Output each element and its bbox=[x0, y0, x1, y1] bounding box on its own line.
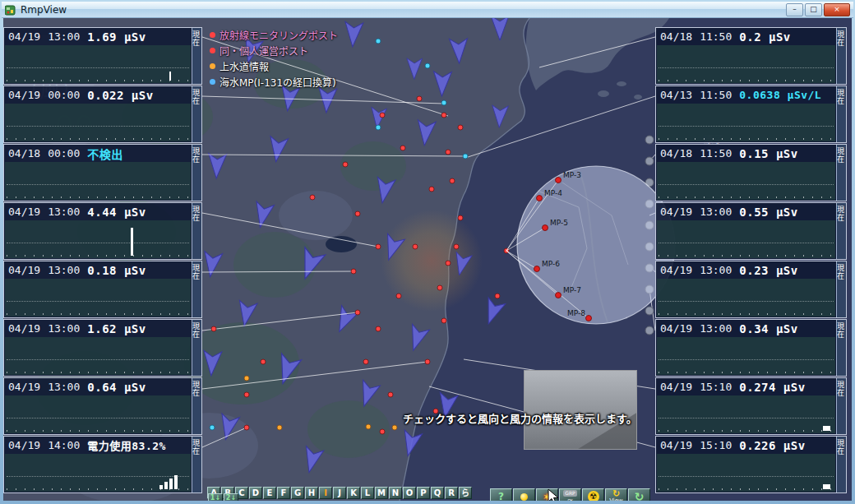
layer-button-d[interactable]: D bbox=[249, 487, 262, 499]
left-panel-3[interactable]: 04/1800:00不検出 現在 bbox=[3, 144, 202, 201]
right-panel-1[interactable]: 04/1811:500.2 μSv 現在 bbox=[655, 27, 847, 85]
layer-button-n[interactable]: N bbox=[389, 487, 402, 499]
refresh-button[interactable]: ↻ bbox=[628, 488, 650, 501]
panel-date: 04/19 bbox=[8, 439, 40, 451]
layer-button-j[interactable]: J bbox=[333, 487, 346, 499]
legend-label: 上水道情報 bbox=[220, 59, 269, 73]
left-panel-1[interactable]: 04/1913:001.69 μSv 現在 bbox=[3, 27, 202, 85]
maximize-button[interactable]: □ bbox=[805, 3, 822, 16]
layer-down-2-button[interactable]: 2↓ bbox=[224, 493, 238, 501]
radiation-button[interactable]: ☢ bbox=[582, 488, 604, 501]
layer-button-h[interactable]: H bbox=[305, 487, 318, 499]
panel-value: 0.2 μSv bbox=[739, 30, 791, 44]
legend-item-seawater[interactable]: 海水MP(I-131の経口換算) bbox=[210, 75, 338, 89]
panel-value: 0.226 μSv bbox=[739, 439, 805, 452]
panel-date: 04/19 bbox=[8, 264, 40, 276]
left-panel-2[interactable]: 04/1900:000.022 μSv 現在 bbox=[3, 86, 202, 143]
legend-dot bbox=[210, 32, 215, 38]
panel-now-tab[interactable]: 現在 bbox=[192, 320, 201, 376]
layer-button-m[interactable]: M bbox=[375, 487, 388, 499]
view-rotate-button[interactable]: ↻View bbox=[605, 488, 627, 501]
left-panel-8[interactable]: 04/1914:00電力使用83.2% 現在 bbox=[3, 436, 202, 493]
legend-item-private-post[interactable]: 同・個人運営ポスト bbox=[210, 44, 338, 58]
panel-time: 14:00 bbox=[48, 439, 80, 451]
panel-value: 0.0638 μSv/L bbox=[739, 89, 821, 101]
panel-graph bbox=[657, 337, 835, 375]
panel-now-tab[interactable]: 現在 bbox=[192, 145, 201, 201]
layer-button-kana[interactable]: ら bbox=[459, 487, 472, 499]
panel-now-tab[interactable]: 現在 bbox=[192, 86, 201, 142]
left-panel-7[interactable]: 04/1913:000.64 μSv 現在 bbox=[3, 377, 202, 435]
right-panel-3[interactable]: 04/1811:500.15 μSv 現在 bbox=[655, 144, 847, 201]
right-panel-6[interactable]: 04/1913:000.34 μSv 現在 bbox=[655, 319, 847, 377]
panel-value: 0.274 μSv bbox=[739, 381, 805, 394]
panel-value: 0.18 μSv bbox=[87, 264, 146, 277]
right-panel-5[interactable]: 04/1913:000.23 μSv 現在 bbox=[655, 261, 847, 318]
panel-graph bbox=[5, 220, 191, 258]
layer-button-f[interactable]: F bbox=[277, 487, 290, 499]
panel-graph bbox=[657, 45, 835, 83]
right-panel-8[interactable]: 04/1915:100.226 μSv 現在 bbox=[655, 436, 847, 493]
panel-now-tab[interactable]: 現在 bbox=[192, 203, 201, 259]
panel-graph bbox=[5, 337, 191, 375]
panel-date: 04/19 bbox=[660, 206, 692, 218]
panel-date: 04/18 bbox=[660, 30, 692, 43]
left-panel-4[interactable]: 04/1913:004.44 μSv 現在 bbox=[3, 202, 202, 260]
panel-date: 04/19 bbox=[660, 264, 692, 276]
rmpview-window: RmpView – □ × bbox=[0, 0, 855, 504]
panel-now-tab[interactable]: 現在 bbox=[836, 378, 846, 434]
panel-now-tab[interactable]: 現在 bbox=[836, 261, 846, 317]
lamp-button[interactable] bbox=[513, 488, 535, 501]
right-panel-2[interactable]: 04/1311:500.0638 μSv/L 現在 bbox=[655, 86, 847, 143]
panel-now-tab[interactable]: 現在 bbox=[192, 437, 201, 492]
panel-time: 00:00 bbox=[48, 147, 80, 160]
sparkle-button[interactable]: ✶ bbox=[536, 488, 558, 501]
radiation-icon: ☢ bbox=[588, 491, 599, 501]
right-panel-4[interactable]: 04/1913:000.55 μSv 現在 bbox=[655, 202, 847, 260]
panel-time: 00:00 bbox=[48, 89, 80, 101]
layer-button-q[interactable]: Q bbox=[431, 487, 444, 499]
wave-icon: ~ bbox=[567, 497, 574, 501]
panel-graph bbox=[5, 279, 191, 317]
panel-now-tab[interactable]: 現在 bbox=[192, 261, 201, 317]
refresh-icon: ↻ bbox=[635, 490, 645, 501]
legend-dot bbox=[210, 48, 215, 53]
minimize-button[interactable]: – bbox=[786, 3, 803, 16]
mp-label: MP-5 bbox=[550, 219, 568, 227]
layer-button-p[interactable]: P bbox=[417, 487, 430, 499]
layer-down-1-button[interactable]: 1↓ bbox=[208, 493, 223, 501]
layer-button-l[interactable]: L bbox=[361, 487, 374, 499]
layer-button-r[interactable]: R bbox=[445, 487, 458, 499]
panel-now-tab[interactable]: 現在 bbox=[836, 28, 846, 84]
right-panel-7[interactable]: 04/1915:100.274 μSv 現在 bbox=[655, 377, 847, 435]
layer-button-i[interactable]: I bbox=[319, 487, 332, 499]
panel-value: 4.44 μSv bbox=[87, 206, 146, 219]
panel-graph bbox=[657, 220, 835, 258]
panel-now-tab[interactable]: 現在 bbox=[836, 145, 846, 201]
close-button[interactable]: × bbox=[824, 3, 850, 16]
panel-now-tab[interactable]: 現在 bbox=[836, 320, 846, 376]
legend-dot bbox=[210, 63, 215, 69]
layer-button-g[interactable]: G bbox=[291, 487, 304, 499]
legend-item-monitoring-post[interactable]: 放射線モニタリングポスト bbox=[210, 28, 338, 42]
panel-now-tab[interactable]: 現在 bbox=[192, 378, 201, 434]
help-button[interactable]: ? bbox=[490, 488, 512, 501]
legend-label: 海水MP(I-131の経口換算) bbox=[220, 75, 336, 89]
layer-button-e[interactable]: E bbox=[263, 487, 276, 499]
layer-button-o[interactable]: O bbox=[403, 487, 416, 499]
panel-now-tab[interactable]: 現在 bbox=[836, 86, 846, 142]
panel-time: 13:00 bbox=[700, 206, 732, 218]
panel-date: 04/19 bbox=[8, 206, 40, 218]
panel-now-tab[interactable]: 現在 bbox=[192, 28, 201, 84]
graph-button[interactable]: GRP~ bbox=[559, 488, 581, 501]
panel-value: 0.34 μSv bbox=[739, 322, 797, 335]
legend-item-water-supply[interactable]: 上水道情報 bbox=[210, 59, 338, 73]
panel-time: 13:00 bbox=[48, 381, 80, 393]
left-panel-6[interactable]: 04/1913:001.62 μSv 現在 bbox=[3, 319, 202, 377]
panel-now-tab[interactable]: 現在 bbox=[836, 437, 846, 492]
panel-value: 1.69 μSv bbox=[87, 30, 146, 44]
left-panel-5[interactable]: 04/1913:000.18 μSv 現在 bbox=[3, 261, 202, 318]
panel-time: 13:00 bbox=[48, 264, 80, 276]
layer-button-k[interactable]: K bbox=[347, 487, 360, 499]
panel-now-tab[interactable]: 現在 bbox=[836, 203, 846, 259]
